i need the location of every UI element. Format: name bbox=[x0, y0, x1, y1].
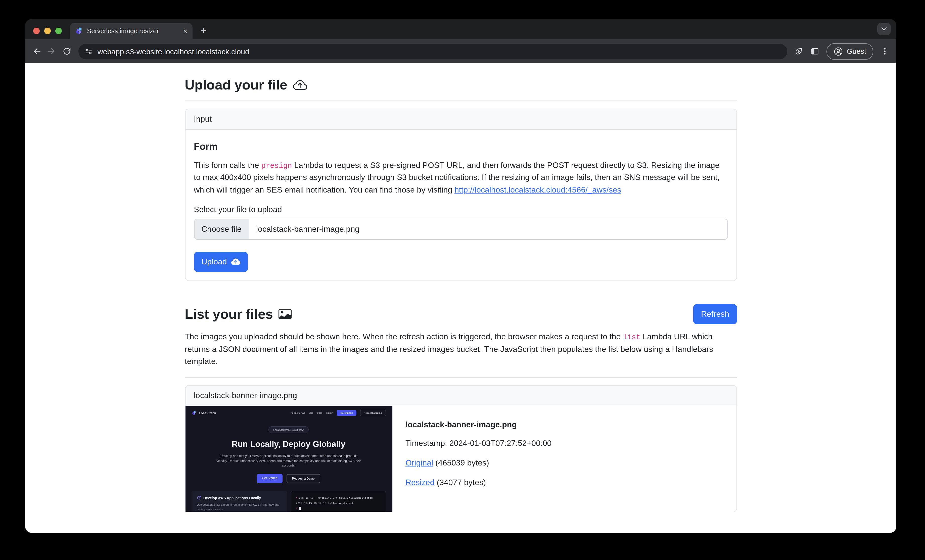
list-section-heading: List your files bbox=[185, 307, 292, 322]
banner-badge-text: LocalStack v3.0 is out now! bbox=[268, 426, 309, 433]
page-content: Upload your file Input Form This form ca… bbox=[25, 63, 896, 533]
choose-file-button[interactable]: Choose file bbox=[194, 220, 249, 239]
cloud-upload-icon bbox=[293, 78, 307, 92]
tab-title: Serverless image resizer bbox=[87, 27, 179, 35]
file-details: localstack-banner-image.png Timestamp: 2… bbox=[392, 406, 565, 512]
form-description: This form calls the presign Lambda to re… bbox=[194, 160, 728, 196]
browser-tab[interactable]: Serverless image resizer × bbox=[70, 23, 193, 39]
kebab-menu-icon bbox=[881, 47, 889, 55]
banner-feature-icon bbox=[197, 496, 201, 500]
file-card: localstack-banner-image.png LocalStack bbox=[185, 385, 737, 512]
close-window-button[interactable] bbox=[33, 28, 40, 34]
terminal-line: > bbox=[296, 506, 380, 511]
upload-button[interactable]: Upload bbox=[194, 252, 248, 272]
banner-feature-text: Use LocalStack as a drop-in replacement … bbox=[197, 503, 281, 512]
terminal-command: aws s3 ls --endpoint-url http://localhos… bbox=[299, 496, 372, 499]
file-card-header: localstack-banner-image.png bbox=[185, 385, 736, 406]
banner-nav: LocalStack Pricing & Faq Blog Docs Sign … bbox=[185, 406, 392, 416]
cloud-upload-fill-icon bbox=[231, 257, 240, 267]
zoom-window-button[interactable] bbox=[55, 28, 62, 34]
banner-nav-item: Sign in bbox=[326, 412, 333, 414]
banner-heading: Run Locally, Deploy Globally bbox=[185, 440, 392, 449]
file-card-body: LocalStack Pricing & Faq Blog Docs Sign … bbox=[185, 406, 736, 512]
image-icon bbox=[279, 308, 292, 321]
banner-feature-card: Develop AWS Applications Locally Use Loc… bbox=[191, 491, 287, 512]
profile-button[interactable]: Guest bbox=[827, 43, 873, 60]
original-size: (465039 bytes) bbox=[435, 458, 489, 467]
new-tab-button[interactable]: + bbox=[200, 25, 207, 36]
upload-button-label: Upload bbox=[201, 257, 227, 267]
browser-menu-button[interactable] bbox=[877, 44, 892, 59]
divider bbox=[185, 377, 737, 378]
banner-request-demo-button: Request a Demo bbox=[286, 474, 320, 483]
input-card-body: Form This form calls the presign Lambda … bbox=[185, 130, 736, 281]
list-code: list bbox=[623, 334, 640, 342]
presign-code: presign bbox=[261, 162, 292, 170]
leaf-bolt-icon bbox=[794, 47, 804, 56]
banner-nav-request-demo: Request a Demo bbox=[360, 410, 386, 416]
original-link[interactable]: Original bbox=[405, 458, 433, 467]
chevron-down-icon bbox=[881, 27, 887, 31]
list-desc-text-1: The images you uploaded should be shown … bbox=[185, 333, 623, 341]
banner-feature-row: Develop AWS Applications Locally Use Loc… bbox=[191, 491, 386, 512]
toolbar-right-group: Guest bbox=[791, 43, 892, 60]
ses-link[interactable]: http://localhost.localstack.cloud:4566/_… bbox=[455, 185, 621, 194]
minimize-window-button[interactable] bbox=[44, 28, 51, 34]
browser-toolbar: webapp.s3-website.localhost.localstack.c… bbox=[25, 39, 896, 63]
side-panel-button[interactable] bbox=[807, 44, 823, 59]
banner-nav-get-started: Get Started bbox=[337, 410, 356, 416]
side-panel-icon bbox=[811, 47, 820, 56]
list-section-header-row: List your files Refresh bbox=[185, 304, 737, 325]
tab-strip: Serverless image resizer × + bbox=[25, 19, 896, 39]
terminal-cursor bbox=[299, 507, 301, 510]
banner-feature-title: Develop AWS Applications Locally bbox=[203, 496, 261, 500]
back-button[interactable] bbox=[29, 44, 44, 59]
profile-label: Guest bbox=[847, 47, 866, 55]
url-text: webapp.s3-website.localhost.localstack.c… bbox=[98, 47, 249, 56]
input-card-header: Input bbox=[185, 109, 736, 130]
url-bar[interactable]: webapp.s3-website.localhost.localstack.c… bbox=[78, 44, 788, 59]
refresh-button[interactable]: Refresh bbox=[693, 304, 737, 325]
upload-section-heading: Upload your file bbox=[185, 77, 737, 93]
banner-nav-links: Pricing & Faq Blog Docs Sign in Get Star… bbox=[291, 410, 386, 416]
list-description: The images you uploaded should be shown … bbox=[185, 331, 737, 368]
browser-window: Serverless image resizer × + bbox=[25, 19, 896, 533]
file-input[interactable]: Choose file localstack-banner-image.png bbox=[194, 219, 728, 240]
input-card: Input Form This form calls the presign L… bbox=[185, 108, 737, 281]
reload-icon bbox=[62, 47, 71, 56]
window-controls bbox=[33, 28, 62, 34]
resized-row: Resized (34077 bytes) bbox=[405, 478, 551, 487]
file-input-value: localstack-banner-image.png bbox=[249, 220, 366, 239]
tab-search-button[interactable] bbox=[877, 23, 891, 35]
forward-button[interactable] bbox=[44, 44, 59, 59]
divider bbox=[185, 101, 737, 101]
tab-favicon-icon bbox=[75, 27, 83, 35]
guest-avatar-icon bbox=[834, 47, 843, 56]
banner-description: Develop and test your AWS applications l… bbox=[216, 453, 361, 468]
file-thumbnail-image: LocalStack Pricing & Faq Blog Docs Sign … bbox=[185, 406, 392, 512]
banner-nav-item: Docs bbox=[317, 412, 322, 414]
upload-heading-text: Upload your file bbox=[185, 77, 287, 93]
terminal-line: >aws s3 ls --endpoint-url http://localho… bbox=[296, 495, 380, 500]
screenshot-stage: Serverless image resizer × + bbox=[0, 0, 925, 560]
site-settings-icon[interactable] bbox=[85, 48, 92, 55]
page-container: Upload your file Input Form This form ca… bbox=[185, 63, 737, 533]
terminal-line: 2023-11-15 10:12:18 hello-localstack bbox=[296, 500, 380, 506]
banner-get-started-button: Get Started bbox=[257, 474, 282, 483]
banner-logo-icon bbox=[191, 411, 196, 415]
resized-size: (34077 bytes) bbox=[437, 478, 486, 486]
battery-saver-button[interactable] bbox=[791, 44, 807, 59]
list-heading-text: List your files bbox=[185, 307, 273, 322]
back-arrow-icon bbox=[32, 47, 41, 56]
reload-button[interactable] bbox=[59, 44, 74, 59]
banner-badge: LocalStack v3.0 is out now! bbox=[185, 424, 392, 433]
tab-close-icon[interactable]: × bbox=[183, 27, 187, 35]
banner-nav-item: Blog bbox=[309, 412, 313, 414]
banner-terminal: >aws s3 ls --endpoint-url http://localho… bbox=[290, 491, 386, 512]
terminal-prompt: > bbox=[296, 496, 297, 499]
file-timestamp: Timestamp: 2024-01-03T07:27:52+00:00 bbox=[405, 439, 551, 448]
resized-link[interactable]: Resized bbox=[405, 478, 435, 486]
forward-arrow-icon bbox=[47, 47, 56, 56]
file-select-label: Select your file to upload bbox=[194, 205, 728, 214]
form-heading: Form bbox=[194, 141, 728, 152]
